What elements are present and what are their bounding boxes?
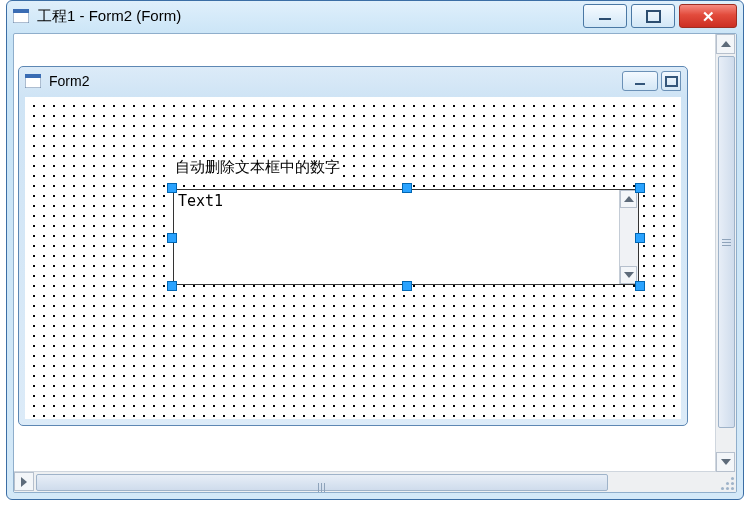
form-icon: [13, 9, 29, 23]
horizontal-scrollbar[interactable]: [14, 471, 716, 492]
textbox-selection: Text1: [167, 183, 645, 291]
resize-handle-ml[interactable]: [167, 233, 177, 243]
mdi-window: 工程1 - Form2 (Form) ✕ Form2 自动删除文本框中的数字: [6, 0, 744, 500]
horizontal-scroll-thumb[interactable]: [36, 474, 608, 491]
maximize-button[interactable]: [631, 4, 675, 28]
inner-window-title: Form2: [49, 73, 89, 89]
inner-minimize-button[interactable]: [622, 71, 658, 91]
scroll-down-button[interactable]: [716, 452, 735, 472]
vertical-scrollbar[interactable]: [715, 34, 736, 472]
outer-window-title: 工程1 - Form2 (Form): [37, 7, 181, 26]
inner-titlebar[interactable]: Form2: [19, 67, 687, 95]
form-icon: [25, 74, 41, 88]
textbox-control[interactable]: Text1: [173, 189, 639, 285]
scrollbar-corner: [716, 472, 736, 492]
label-control[interactable]: 自动删除文本框中的数字: [173, 157, 342, 178]
inner-maximize-button[interactable]: [661, 71, 681, 91]
svg-rect-1: [13, 9, 29, 13]
form-design-surface[interactable]: 自动删除文本框中的数字 Text1: [25, 97, 681, 419]
resize-handle-bl[interactable]: [167, 281, 177, 291]
resize-handle-tm[interactable]: [402, 183, 412, 193]
close-button[interactable]: ✕: [679, 4, 737, 28]
resize-handle-tl[interactable]: [167, 183, 177, 193]
textbox-text: Text1: [174, 190, 619, 284]
scroll-up-button[interactable]: [716, 34, 735, 54]
resize-handle-tr[interactable]: [635, 183, 645, 193]
inner-window-controls: [622, 71, 681, 91]
resize-handle-br[interactable]: [635, 281, 645, 291]
outer-window-controls: ✕: [583, 4, 737, 28]
resize-handle-bm[interactable]: [402, 281, 412, 291]
form-designer-window: Form2 自动删除文本框中的数字 Text1: [18, 66, 688, 426]
outer-client-area: Form2 自动删除文本框中的数字 Text1: [13, 33, 737, 493]
scroll-right-button[interactable]: [14, 472, 34, 491]
outer-titlebar[interactable]: 工程1 - Form2 (Form) ✕: [7, 1, 743, 31]
resize-handle-mr[interactable]: [635, 233, 645, 243]
svg-rect-3: [25, 74, 41, 78]
minimize-button[interactable]: [583, 4, 627, 28]
vertical-scroll-thumb[interactable]: [718, 56, 735, 428]
